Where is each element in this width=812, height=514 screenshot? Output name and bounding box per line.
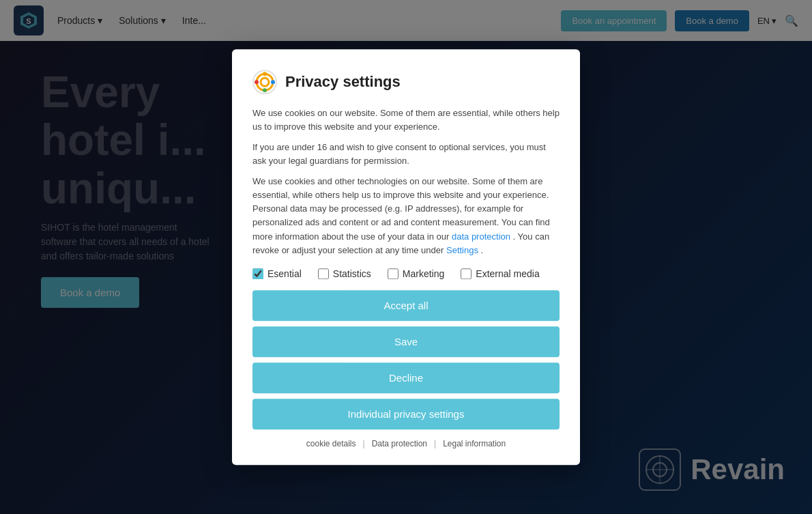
svg-point-6 bbox=[263, 72, 267, 76]
data-protection-footer-link[interactable]: Data protection bbox=[372, 439, 427, 448]
cookie-checkboxes: Esential Statistics Marketing External m… bbox=[252, 268, 560, 279]
marketing-checkbox[interactable] bbox=[388, 268, 398, 279]
checkbox-external-media[interactable]: External media bbox=[461, 268, 539, 279]
individual-privacy-button[interactable]: Individual privacy settings bbox=[252, 399, 560, 429]
essential-checkbox[interactable] bbox=[252, 268, 263, 279]
accept-all-button[interactable]: Accept all bbox=[252, 290, 560, 321]
checkbox-marketing[interactable]: Marketing bbox=[388, 268, 444, 279]
svg-point-7 bbox=[263, 88, 267, 92]
data-protection-link[interactable]: data protection bbox=[452, 231, 510, 242]
footer-separator-1: | bbox=[363, 439, 365, 448]
save-button[interactable]: Save bbox=[252, 326, 560, 357]
svg-point-9 bbox=[271, 80, 275, 84]
modal-header: Privacy settings bbox=[252, 70, 560, 94]
statistics-checkbox[interactable] bbox=[318, 268, 329, 279]
checkbox-statistics[interactable]: Statistics bbox=[318, 268, 371, 279]
svg-point-5 bbox=[261, 78, 269, 86]
checkbox-essential[interactable]: Esential bbox=[252, 268, 302, 279]
svg-point-4 bbox=[257, 74, 273, 90]
settings-link[interactable]: Settings bbox=[446, 245, 478, 255]
privacy-modal: Privacy settings We use cookies on our w… bbox=[232, 49, 580, 465]
modal-paragraph2: If you are under 16 and wish to give con… bbox=[252, 141, 560, 168]
legal-information-link[interactable]: Legal information bbox=[443, 439, 506, 448]
svg-point-8 bbox=[255, 80, 259, 84]
privacy-settings-icon bbox=[252, 70, 277, 94]
modal-paragraph3: We use cookies and other technologies on… bbox=[252, 175, 560, 257]
modal-body: We use cookies on our website. Some of t… bbox=[252, 106, 560, 257]
external-media-checkbox[interactable] bbox=[461, 268, 472, 279]
modal-title: Privacy settings bbox=[285, 73, 401, 91]
modal-footer: cookie details | Data protection | Legal… bbox=[252, 439, 560, 448]
modal-paragraph1: We use cookies on our website. Some of t… bbox=[252, 106, 560, 134]
cookie-details-link[interactable]: cookie details bbox=[306, 439, 356, 448]
decline-button[interactable]: Decline bbox=[252, 362, 560, 393]
footer-separator-2: | bbox=[434, 439, 436, 448]
